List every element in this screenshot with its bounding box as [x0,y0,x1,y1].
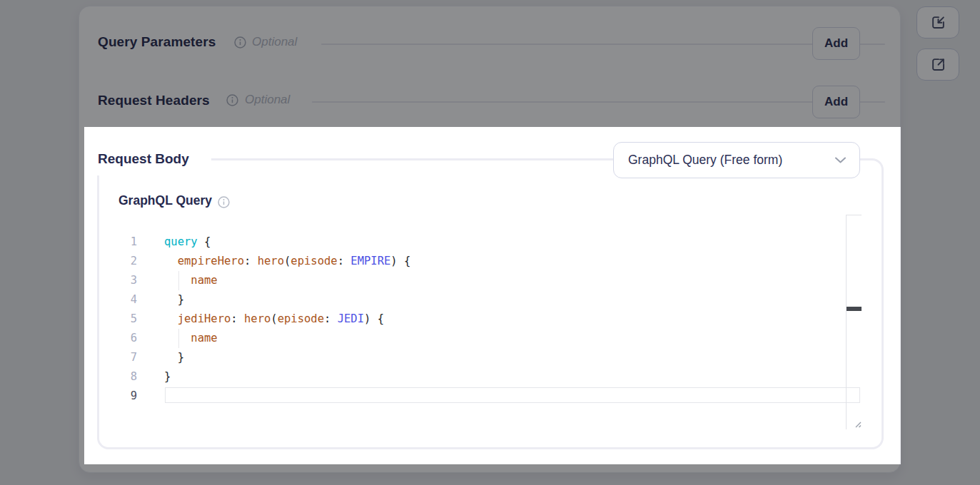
code-line[interactable]: name [164,329,842,348]
graphql-query-info-icon[interactable] [218,196,230,208]
request-headers-optional-label: Optional [245,93,290,107]
editor-top-border [846,215,862,215]
query-parameters-title: Query Parameters [98,34,216,50]
query-parameters-divider [321,44,885,45]
request-headers-title: Request Headers [98,93,210,108]
chevron-down-icon [834,156,847,164]
body-type-select[interactable]: GraphQL Query (Free form) [613,142,860,178]
code-line[interactable]: jediHero: hero(episode: JEDI) { [164,310,842,329]
code-line[interactable]: } [164,348,842,367]
graphql-query-label: GraphQL Query [118,193,212,208]
open-external-icon [931,57,946,72]
request-headers-divider [312,101,885,103]
code-line[interactable]: } [164,290,842,310]
request-body-title: Request Body [98,151,189,167]
code-line[interactable]: } [164,367,842,387]
line-number: 7 [107,348,137,367]
add-query-parameter-button[interactable]: Add [812,27,860,60]
code-line[interactable] [164,387,842,406]
query-parameters-optional-label: Optional [252,35,297,49]
add-request-header-button[interactable]: Add [812,86,860,118]
request-body-legend: Request Body [89,143,211,175]
line-number: 9 [107,387,137,406]
line-number: 2 [107,252,137,271]
open-external-button[interactable] [916,48,959,81]
line-number: 3 [107,271,137,290]
indent-guide [178,271,179,290]
page: Query Parameters Optional Add Request He… [0,0,980,485]
line-number: 4 [107,290,137,310]
editor-resize-grip-icon[interactable] [852,418,862,428]
line-number: 1 [107,233,137,252]
code-line[interactable]: query { [164,233,842,252]
code-line[interactable]: name [164,271,842,290]
request-headers-info-icon[interactable] [226,94,238,106]
body-type-select-value: GraphQL Query (Free form) [628,153,834,168]
editor-scrollbar-thumb[interactable] [847,307,862,311]
line-number: 5 [107,310,137,329]
code-line[interactable]: empireHero: hero(episode: EMPIRE) { [164,252,842,271]
query-parameters-info-icon[interactable] [234,36,246,48]
line-number: 6 [107,329,137,348]
editor-code[interactable]: query { empireHero: hero(episode: EMPIRE… [164,233,842,406]
collapse-editor-button[interactable] [916,6,959,39]
line-number: 8 [107,367,137,387]
editor-gutter: 123456789 [107,233,137,406]
collapse-editor-icon [931,15,946,30]
indent-guide [178,329,179,348]
editor-right-border [846,215,847,429]
